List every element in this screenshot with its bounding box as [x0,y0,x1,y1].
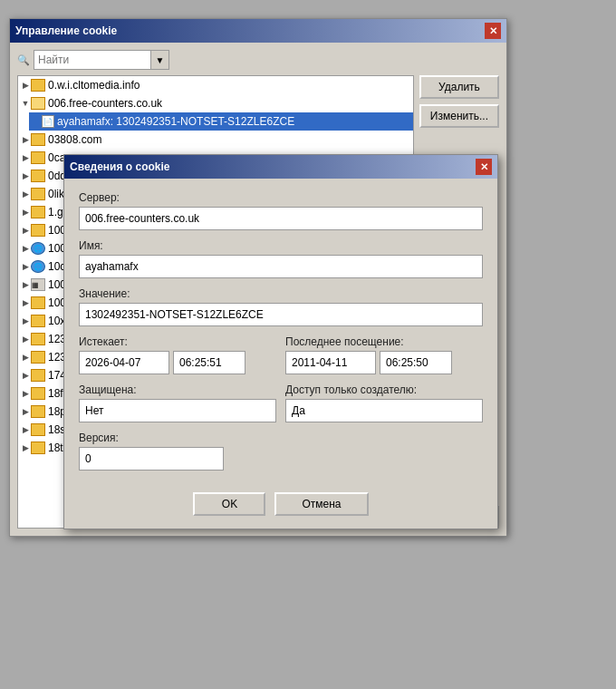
server-label: Сервер: [79,191,483,204]
expand-arrow: ▶ [20,298,31,307]
protected-label: Защищена: [79,383,276,396]
tree-item-selected[interactable]: 📄 ayahamafx: 1302492351-NOTSET-S12ZLE6ZC… [29,112,413,131]
expires-group: Истекает: [79,335,276,374]
version-field-group: Версия: [79,432,483,471]
folder-icon [31,387,45,400]
expand-arrow: ▼ [20,99,31,108]
search-bar: 🔍 ▼ [17,50,499,70]
creator-only-label: Доступ только создателю: [285,383,483,396]
main-dialog-title: Управление cookie [15,24,117,37]
version-label: Версия: [79,432,483,444]
expand-arrow: ▶ [20,389,31,398]
main-title-bar: Управление cookie ✕ [10,19,506,43]
folder-icon [31,133,45,146]
server-input[interactable] [79,207,483,230]
folder-icon [31,224,45,237]
folder-icon [31,405,45,418]
lastvisit-label: Последнее посещение: [285,335,483,348]
expand-arrow: ▶ [20,280,31,289]
folder-icon [31,423,45,436]
delete-button[interactable]: Удалить [419,75,499,99]
tree-item-label: 006.free-counters.co.uk [48,97,162,110]
expand-arrow: ▶ [20,189,31,199]
tree-item[interactable]: ▶ 0.w.i.cltomedia.info [18,76,413,94]
value-field-group: Значение: [79,287,483,326]
version-input[interactable] [79,447,224,471]
sub-dialog-title: Сведения о cookie [70,160,170,173]
expires-date-input[interactable] [79,351,169,374]
lastvisit-time-input[interactable] [380,351,452,374]
tree-item[interactable]: ▼ 006.free-counters.co.uk [18,94,413,112]
expand-arrow: ▶ [20,153,31,162]
sub-title-bar: Сведения о cookie ✕ [64,155,497,179]
edit-button[interactable]: Изменить... [419,104,499,128]
tree-item-label: ayahamafx: 1302492351-NOTSET-S12ZLE6ZCE [57,115,294,128]
expand-arrow: ▶ [20,353,31,362]
sub-dialog-buttons: OK Отмена [64,483,497,529]
search-input[interactable] [34,50,151,70]
expand-arrow: ▶ [20,262,31,271]
name-field-group: Имя: [79,239,483,278]
tree-item-label: 0lik [48,188,64,200]
file-icon: 📄 [42,115,54,128]
value-input[interactable] [79,303,483,326]
expires-label: Истекает: [79,335,276,348]
protected-input[interactable] [79,399,276,422]
expand-arrow: ▶ [20,335,31,344]
sub-close-button[interactable]: ✕ [476,159,492,175]
expires-time-input[interactable] [173,351,245,374]
sub-dialog-content: Сервер: Имя: Значение: Истекает: Последн… [64,179,497,483]
search-dropdown-button[interactable]: ▼ [151,50,169,70]
lastvisit-date-input[interactable] [285,351,376,374]
lastvisit-group: Последнее посещение: [285,335,483,374]
tree-item-label: 03808.com [48,133,101,146]
expand-arrow: ▶ [20,244,31,253]
tree-item-label: 1.g [48,206,63,218]
expand-arrow: ▶ [20,316,31,325]
folder-icon [31,351,45,364]
protected-creator-row: Защищена: Доступ только создателю: [79,383,483,422]
name-label: Имя: [79,239,483,252]
server-field-group: Сервер: [79,191,483,230]
folder-icon [31,333,45,345]
expand-arrow: ▶ [20,226,31,235]
globe-icon: 🌐 [31,260,45,273]
grid-folder-icon: ▦ [31,278,45,291]
expand-arrow: ▶ [20,135,31,144]
expand-arrow: ▶ [20,208,31,217]
folder-icon [31,188,45,200]
cancel-button[interactable]: Отмена [274,492,368,516]
folder-open-icon [31,97,45,110]
expand-arrow: ▶ [20,371,31,380]
expires-lastvisit-row: Истекает: Последнее посещение: [79,335,483,374]
tree-item-label: 0.w.i.cltomedia.info [48,79,140,92]
expand-arrow: ▶ [20,81,31,90]
main-close-button[interactable]: ✕ [485,23,501,39]
folder-icon [31,296,45,309]
tree-item[interactable]: ▶ 03808.com [18,131,413,149]
tree-item-label: 18f [48,387,63,400]
creator-only-group: Доступ только создателю: [285,383,483,422]
ok-button[interactable]: OK [193,492,265,516]
expand-arrow: ▶ [20,425,31,434]
folder-icon [31,151,45,164]
expand-arrow: ▶ [20,443,31,452]
folder-icon [31,79,45,92]
sub-dialog: Сведения о cookie ✕ Сервер: Имя: Значени… [63,154,498,529]
folder-icon [31,369,45,382]
value-label: Значение: [79,287,483,300]
folder-icon [31,206,45,218]
folder-icon [31,315,45,327]
globe-icon: 🌐 [31,242,45,255]
name-input[interactable] [79,255,483,278]
folder-icon [31,442,45,454]
expand-arrow: ▶ [20,407,31,416]
creator-only-input[interactable] [285,399,483,422]
protected-group: Защищена: [79,383,276,422]
search-icon: 🔍 [17,54,30,66]
tree-item-label: 18t [48,442,63,454]
expand-arrow: ▶ [20,171,31,180]
folder-icon [31,170,45,182]
